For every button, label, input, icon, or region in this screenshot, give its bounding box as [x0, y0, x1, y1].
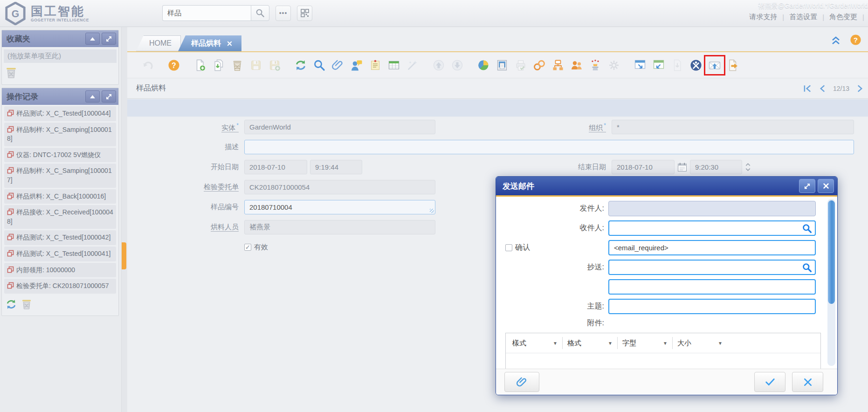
history-item-2[interactable]: 仪器: DNTC-17002 5V燃烧仪 — [4, 148, 116, 163]
from-field — [608, 201, 816, 216]
sample-no-input[interactable]: 20180710004 — [244, 200, 435, 214]
baker-label[interactable]: 烘料人员 — [211, 223, 239, 232]
first-record-button[interactable] — [803, 84, 812, 93]
history-collapse-button[interactable] — [85, 90, 100, 103]
history-item-0[interactable]: 样品测试: X_C_Tested[1000044] — [4, 106, 116, 121]
favorites-expand-button[interactable] — [102, 33, 116, 45]
tab-sample-baking[interactable]: 样品烘料 — [178, 35, 241, 51]
end-time-field[interactable]: 9:20:30 — [690, 160, 742, 174]
history-item-3[interactable]: 样品制样: X_C_Samping[1000017] — [4, 164, 116, 187]
cc-input[interactable] — [608, 260, 816, 275]
search-input[interactable] — [162, 5, 251, 21]
message-editor[interactable]: 樣式▼格式▼字型▼大小▼ — [505, 333, 821, 369]
history-item-5[interactable]: 样品接收: X_C_Received[1000048] — [4, 205, 116, 229]
inspection-order-label[interactable]: 检验委托单 — [204, 183, 239, 192]
dialog-maximize-button[interactable] — [799, 179, 815, 193]
trash-icon — [6, 67, 17, 79]
history-item-4[interactable]: 样品烘料: X_C_Back[1000016] — [4, 189, 116, 204]
request-icon[interactable] — [589, 59, 601, 71]
grid-toggle-icon[interactable] — [388, 59, 400, 71]
favorites-trash-button[interactable] — [2, 65, 118, 82]
to-search-button[interactable] — [802, 223, 813, 234]
workflow-activities-icon[interactable] — [552, 59, 564, 71]
zoom-across-icon[interactable] — [634, 59, 646, 71]
history-item-1[interactable]: 样品制样: X_C_Samping[1000018] — [4, 123, 116, 146]
ok-button[interactable] — [754, 372, 785, 392]
help-icon[interactable]: ? — [168, 59, 180, 71]
description-input[interactable] — [244, 140, 854, 154]
tab-home[interactable]: HOME — [136, 35, 181, 51]
refresh-icon[interactable] — [295, 59, 307, 71]
dialog-title: 发送邮件 — [503, 181, 797, 192]
export-icon[interactable] — [727, 59, 739, 71]
menu-item-2[interactable]: 角色变更 — [829, 13, 857, 21]
subject-row: 主题: — [496, 299, 816, 314]
attach-file-button[interactable] — [504, 372, 539, 392]
editor-dropdown-0[interactable]: 樣式▼ — [508, 337, 562, 349]
group-header-strip — [127, 99, 868, 117]
editor-dropdown-2[interactable]: 字型▼ — [617, 337, 672, 349]
form-row-description: 描述 — [127, 137, 868, 157]
new-record-icon[interactable] — [194, 59, 206, 71]
dropdown-label: 大小 — [677, 339, 718, 348]
copy-record-icon[interactable] — [213, 59, 225, 71]
archive-icon[interactable] — [496, 59, 508, 71]
menu-separator: | — [822, 13, 824, 21]
scrollbar-thumb[interactable] — [828, 200, 835, 304]
history-item-8[interactable]: 内部领用: 10000000 — [4, 263, 116, 278]
dialog-close-button[interactable] — [818, 179, 834, 193]
quick-form-icon[interactable] — [653, 59, 665, 71]
report-icon — [671, 59, 683, 71]
favorites-collapse-button[interactable] — [85, 33, 100, 45]
prev-record-button[interactable] — [819, 84, 826, 93]
start-date-value: 2018-07-10 — [249, 163, 285, 171]
cc-search-button[interactable] — [802, 262, 813, 273]
chat-icon[interactable] — [351, 59, 363, 71]
active-checkbox[interactable]: ✓ — [244, 244, 251, 251]
tab-close-button[interactable] — [227, 41, 232, 46]
sidebar-splitter[interactable] — [121, 27, 127, 412]
end-date-field[interactable]: 2018-07-10 — [612, 160, 675, 174]
dialog-title-bar[interactable]: 发送邮件 — [496, 177, 837, 197]
delete-record-icon[interactable] — [231, 59, 243, 71]
chart-icon[interactable] — [477, 59, 489, 71]
editor-dropdown-3[interactable]: 大小▼ — [672, 337, 727, 349]
more-menus-button[interactable]: ••• — [276, 6, 291, 21]
history-item-6[interactable]: 样品测试: X_C_Tested[1000042] — [4, 230, 116, 245]
menu-item-0[interactable]: 请求支持 — [749, 13, 777, 21]
qr-code-button[interactable] — [297, 6, 312, 21]
to-input[interactable] — [608, 220, 816, 236]
editor-dropdown-1[interactable]: 格式▼ — [562, 337, 617, 349]
product-info-icon[interactable] — [571, 59, 583, 71]
save-create-icon — [269, 59, 281, 71]
end-time-spinner[interactable] — [745, 162, 751, 172]
splitter-grip[interactable] — [122, 242, 126, 269]
next-record-button[interactable] — [856, 84, 863, 93]
search-button[interactable] — [251, 5, 269, 21]
find-icon[interactable] — [313, 59, 325, 71]
org-label[interactable]: 组织 — [589, 124, 606, 132]
help-button[interactable]: ? — [850, 34, 861, 46]
history-trash-button[interactable] — [21, 299, 32, 310]
history-expand-button[interactable] — [102, 90, 116, 103]
send-email-icon[interactable] — [709, 59, 721, 71]
history-item-9[interactable]: 检验委托单: CK2018071000057 — [4, 279, 116, 294]
chevron-down-icon: ▼ — [608, 341, 613, 346]
collapse-header-button[interactable] — [830, 35, 841, 45]
dialog-scrollbar[interactable] — [827, 199, 835, 366]
cc2-input[interactable] — [608, 279, 816, 295]
subject-input[interactable] — [608, 299, 816, 314]
email-required-input[interactable]: <email_required> — [608, 240, 816, 255]
end-date-calendar-button[interactable] — [677, 162, 687, 172]
menu-separator: | — [782, 13, 784, 21]
history-refresh-button[interactable] — [6, 299, 17, 310]
note-icon[interactable] — [369, 59, 381, 71]
process-icon[interactable] — [690, 59, 702, 71]
menu-item-1[interactable]: 首选设置 — [789, 13, 817, 21]
workflow-icon[interactable] — [533, 59, 545, 71]
history-item-7[interactable]: 样品测试: X_C_Tested[1000041] — [4, 247, 116, 261]
acknowledge-checkbox[interactable] — [505, 244, 512, 251]
attachment-icon[interactable] — [332, 59, 344, 71]
cancel-button[interactable] — [792, 372, 823, 392]
entity-label[interactable]: 实体 — [221, 124, 239, 132]
